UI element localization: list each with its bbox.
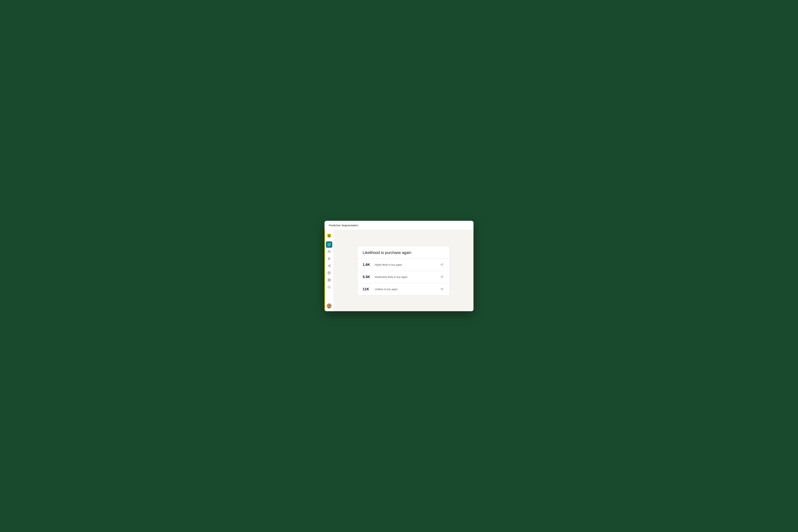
svg-line-12: [329, 266, 329, 267]
sidebar: [324, 230, 334, 311]
send-segment-highly-likely-button[interactable]: [439, 262, 444, 268]
sidebar-item-content[interactable]: [326, 270, 332, 276]
header-bar: Predictive Segmentation: [324, 221, 474, 230]
sidebar-item-audience[interactable]: [326, 248, 332, 255]
sidebar-item-automations[interactable]: [326, 255, 332, 262]
sidebar-top: [326, 233, 332, 303]
content-area: Likelihood to purchase again 1.6K Highly…: [334, 230, 474, 311]
svg-rect-17: [328, 279, 329, 280]
sidebar-item-campaigns[interactable]: [326, 241, 332, 248]
svg-point-7: [328, 250, 329, 251]
row-count-highly-likely: 1.6K: [363, 263, 373, 267]
svg-marker-8: [328, 258, 330, 260]
row-count-moderately-likely: 5.5K: [363, 275, 373, 279]
svg-rect-14: [328, 272, 330, 274]
mailchimp-logo[interactable]: [326, 233, 332, 239]
svg-rect-20: [328, 280, 329, 281]
row-highly-likely: 1.6K Highly likely to buy again: [358, 259, 450, 271]
card-title: Likelihood to purchase again: [363, 250, 411, 255]
svg-line-13: [329, 265, 329, 266]
svg-rect-18: [329, 279, 330, 280]
svg-line-22: [330, 288, 330, 288]
avatar[interactable]: [327, 303, 331, 308]
send-segment-moderately-likely-button[interactable]: [439, 274, 444, 280]
purchase-likelihood-card: Likelihood to purchase again 1.6K Highly…: [358, 246, 450, 296]
main-layout: Likelihood to purchase again 1.6K Highly…: [324, 230, 474, 311]
card-header: Likelihood to purchase again: [358, 246, 450, 259]
row-unlikely: 11K Unlikely to buy again: [358, 283, 450, 295]
sidebar-item-integrations[interactable]: [326, 263, 332, 269]
row-label-moderately-likely: Moderately likely to buy again: [375, 276, 439, 279]
page-title: Predictive Segmentation: [329, 224, 358, 227]
row-count-unlikely: 11K: [363, 287, 373, 291]
sidebar-item-analytics[interactable]: [326, 277, 332, 283]
sidebar-accent-bar: [324, 230, 325, 311]
app-window: Predictive Segmentation: [324, 221, 474, 311]
row-label-unlikely: Unlikely to buy again: [375, 288, 439, 291]
row-moderately-likely: 5.5K Moderately likely to buy again: [358, 271, 450, 283]
sidebar-bottom: [327, 303, 331, 308]
sidebar-item-search[interactable]: [326, 284, 332, 290]
send-segment-unlikely-button[interactable]: [439, 286, 444, 292]
row-label-highly-likely: Highly likely to buy again: [375, 263, 439, 266]
svg-point-24: [328, 304, 330, 306]
svg-rect-19: [329, 280, 330, 281]
